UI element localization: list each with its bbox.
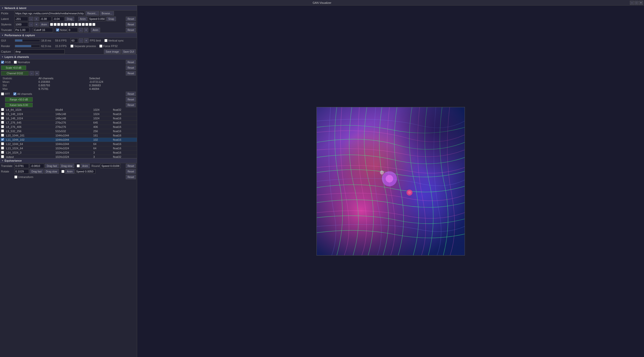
scale-reset-button[interactable]: Reset	[126, 65, 136, 70]
layer-checkbox-cell[interactable]	[0, 133, 5, 138]
layer-checkbox-cell[interactable]	[0, 138, 5, 142]
network-latent-header[interactable]: ▼ Network & latent	[0, 6, 137, 11]
latent-plus-button[interactable]: +	[34, 17, 39, 21]
kaiser-reset-button[interactable]: Reset	[126, 103, 136, 107]
fps-limit-value[interactable]	[70, 38, 78, 43]
stylemix-plus-button[interactable]: +	[34, 22, 39, 27]
translate-reset-button[interactable]: Reset	[126, 164, 136, 168]
layer-checkbox-10[interactable]	[1, 151, 4, 154]
layer-checkbox-cell[interactable]	[0, 108, 5, 112]
truncate-noise-checkbox[interactable]	[56, 28, 59, 31]
rotate-drag-slow-button[interactable]: Drag slow	[44, 169, 59, 174]
rotate-reset-button[interactable]: Reset	[126, 169, 136, 174]
kaiser-button[interactable]: Kaiser beta 8.00	[5, 103, 33, 107]
layer-checkbox-0[interactable]	[1, 108, 4, 111]
table-row[interactable]: L13_1024_64 1024x1024 64 float16	[0, 146, 137, 151]
capture-path[interactable]	[14, 49, 65, 54]
channel-minus-button[interactable]: -	[29, 71, 34, 76]
rgb-checkbox[interactable]	[1, 61, 4, 64]
truncate-plus-button[interactable]: +	[84, 28, 88, 32]
table-row[interactable]: L5_148_1024 148x148 1024 float16	[0, 112, 137, 116]
layer-checkbox-8[interactable]	[1, 142, 4, 145]
layer-checkbox-6[interactable]	[1, 134, 4, 137]
latent-minus-button[interactable]: -	[29, 17, 33, 21]
scale-button[interactable]: Scale +0.0 dB	[1, 65, 26, 70]
stylemix-cb-13[interactable]	[92, 23, 95, 26]
layer-checkbox-2[interactable]	[1, 117, 4, 120]
minimize-button[interactable]: ─	[630, 1, 634, 5]
table-row[interactable]: L4_84_1024 84x84 1024 float32	[0, 108, 137, 112]
translate-val2[interactable]	[30, 164, 44, 168]
latent-reset-button[interactable]: Reset	[126, 17, 136, 21]
translate-val1[interactable]	[14, 164, 29, 168]
table-row[interactable]: output 1024x1024 3 float32	[0, 155, 137, 158]
layer-checkbox-cell[interactable]	[0, 155, 5, 158]
layer-checkbox-cell[interactable]	[0, 112, 5, 116]
translate-anim-button[interactable]: Anim	[80, 164, 90, 168]
layer-checkbox-3[interactable]	[1, 121, 4, 124]
translate-speed[interactable]	[100, 164, 120, 168]
latent-value[interactable]	[14, 17, 28, 21]
truncate-reset-button[interactable]: Reset	[126, 28, 136, 32]
fft-checkbox[interactable]	[1, 92, 4, 95]
recent-button[interactable]: Recent...	[86, 11, 99, 16]
latent-snap-button[interactable]: Snap	[106, 17, 116, 21]
equivariance-header[interactable]: ▼ Equivariance	[0, 158, 137, 163]
rotate-drag-fast-button[interactable]: Drag fast	[30, 169, 44, 174]
stylemix-minus-button[interactable]: -	[29, 22, 33, 27]
table-row[interactable]: L14_1024_3 1024x1024 3 float16	[0, 151, 137, 155]
stylemix-cb-10[interactable]	[82, 23, 85, 26]
layer-checkbox-4[interactable]	[1, 125, 4, 128]
table-row[interactable]: L7_276_645 276x276 645 float16	[0, 121, 137, 125]
latent-drag-button[interactable]: Drag	[65, 17, 74, 21]
normalize-checkbox[interactable]	[14, 61, 17, 64]
rotate-speed[interactable]	[75, 169, 95, 174]
table-row[interactable]: L10_1044_161 1044x1044 161 float16	[0, 133, 137, 138]
layer-checkbox-cell[interactable]	[0, 125, 5, 129]
fps-plus-button[interactable]: +	[84, 38, 89, 43]
layer-checkbox-cell[interactable]	[0, 142, 5, 146]
untransform-reset-button[interactable]: Reset	[126, 175, 136, 179]
layer-checkbox-11[interactable]	[1, 155, 4, 158]
rotate-anim-button[interactable]: Anim	[65, 169, 74, 174]
truncate-noise-value[interactable]	[68, 28, 78, 32]
stylemix-cb-9[interactable]	[78, 23, 81, 26]
stylemix-anim-button[interactable]: Anim	[39, 22, 49, 27]
latent-val2[interactable]	[39, 17, 52, 21]
truncate-cutoff[interactable]	[33, 28, 53, 32]
pickle-input[interactable]	[14, 11, 85, 16]
stylemix-cb-12[interactable]	[89, 23, 92, 26]
range-button[interactable]: Range +50.0 dB	[5, 97, 33, 102]
stylemix-cb-1[interactable]	[50, 23, 53, 26]
latent-speed[interactable]	[88, 17, 106, 21]
rotate-val[interactable]	[14, 169, 29, 174]
truncate-psi[interactable]	[14, 28, 29, 32]
save-gui-button[interactable]: Save GUI	[122, 49, 136, 54]
rotate-anim-checkbox[interactable]	[61, 170, 64, 173]
stylemix-reset-button[interactable]: Reset	[126, 22, 136, 27]
all-channels-checkbox[interactable]	[13, 92, 16, 95]
layer-checkbox-cell[interactable]	[0, 146, 5, 151]
layer-checkbox-9[interactable]	[1, 147, 4, 150]
translate-anim-checkbox[interactable]	[77, 164, 80, 167]
stylemix-cb-5[interactable]	[64, 23, 67, 26]
layer-checkbox-cell[interactable]	[0, 129, 5, 133]
close-button[interactable]: ✕	[639, 1, 643, 5]
stylemix-value[interactable]	[14, 22, 28, 27]
stylemix-cb-2[interactable]	[54, 23, 57, 26]
channel-reset-button[interactable]: Reset	[126, 71, 136, 76]
truncate-anim-button[interactable]: Anim	[91, 28, 100, 32]
maximize-button[interactable]: □	[634, 1, 638, 5]
vertical-sync-checkbox[interactable]	[104, 39, 107, 42]
layer-checkbox-1[interactable]	[1, 112, 4, 115]
layer-checkbox-5[interactable]	[1, 129, 4, 132]
layer-checkbox-7[interactable]	[1, 138, 4, 141]
channel-button[interactable]: Channel 0/102	[1, 71, 29, 76]
stylemix-cb-7[interactable]	[71, 23, 74, 26]
stylemix-cb-4[interactable]	[61, 23, 64, 26]
layers-reset-button[interactable]: Reset	[126, 60, 136, 64]
stylemix-cb-3[interactable]	[57, 23, 60, 26]
stylemix-cb-11[interactable]	[85, 23, 88, 26]
untransform-checkbox[interactable]	[14, 175, 17, 178]
layer-checkbox-cell[interactable]	[0, 121, 5, 125]
